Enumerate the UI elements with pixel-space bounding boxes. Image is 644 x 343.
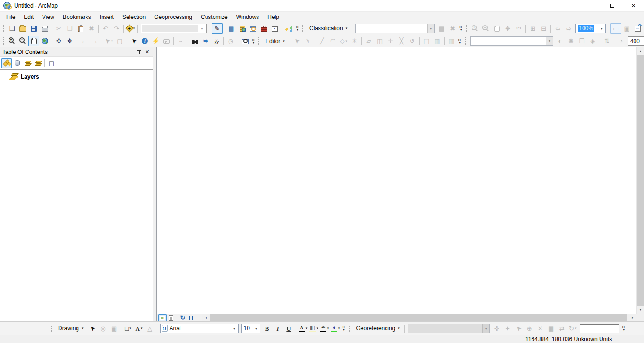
horizontal-scroll-thumb[interactable] <box>210 314 627 321</box>
georeferencing-menu-button[interactable]: Georeferencing▾ <box>353 323 403 334</box>
zoom-to-selected-link-button[interactable]: ⊕ <box>524 323 535 334</box>
arctoolbox-button[interactable] <box>258 23 269 34</box>
cut-button[interactable]: ✂ <box>53 23 64 34</box>
clear-training-samples-button[interactable]: ✖ <box>447 23 458 34</box>
scroll-down-button[interactable]: ▼ <box>637 306 644 314</box>
menu-customize[interactable]: Customize <box>197 12 232 22</box>
fixed-zoom-out-button[interactable]: ✥ <box>64 36 75 46</box>
combo-dropdown-icon[interactable]: ▼ <box>546 37 553 45</box>
list-by-drawing-order-button[interactable] <box>1 58 12 68</box>
scroll-right-button[interactable]: ► <box>629 314 636 321</box>
font-combo[interactable]: OArial▼ <box>160 324 239 333</box>
marker-color-button[interactable]: ●▾ <box>330 323 341 334</box>
fixed-zoom-in-button[interactable]: ✣ <box>53 36 64 46</box>
straight-segment-button[interactable]: ╱ <box>317 36 327 46</box>
restore-button[interactable] <box>601 0 623 11</box>
go-to-xy-button[interactable]: XY <box>211 36 222 46</box>
edit-vertices-button[interactable]: △ <box>145 323 155 334</box>
midpoint-button[interactable]: ✳ <box>349 36 360 46</box>
paste-button[interactable] <box>75 23 86 34</box>
drawing-menu-button[interactable]: Drawing▾ <box>55 323 87 334</box>
scroll-left-button[interactable]: ◄ <box>202 314 210 321</box>
attributes-button[interactable]: ▤ <box>421 36 432 46</box>
modelbuilder-button[interactable] <box>283 23 294 34</box>
image-classification-toolbar-grip[interactable] <box>302 25 304 32</box>
editor-toolbar-grip[interactable] <box>258 37 260 45</box>
classification-layer-combo[interactable]: ▼ <box>355 24 435 33</box>
layout-fixed-zoom-in-button[interactable]: ⊞ <box>527 23 538 34</box>
tools-toolbar-overflow[interactable]: ▸▸▾ <box>250 36 257 46</box>
combo-dropdown-icon[interactable]: ▼ <box>598 24 605 33</box>
georeferencing-layer-combo[interactable]: ▼ <box>408 324 490 333</box>
split-tool-button[interactable]: ◫ <box>374 36 385 46</box>
construction-tools-button[interactable]: ◇▾ <box>338 36 349 46</box>
new-rectangle-button[interactable]: □▾ <box>123 323 134 334</box>
toc-pin-button[interactable] <box>135 48 143 56</box>
add-data-button[interactable]: ▾ <box>125 23 136 34</box>
rotate-dropdown-button[interactable]: ↻▾ <box>567 323 578 334</box>
toggle-draft-mode-button[interactable]: ▭ <box>610 23 621 34</box>
data-view-button[interactable] <box>158 314 167 321</box>
next-extent-button[interactable]: ⇨ <box>563 23 574 34</box>
layout-fixed-zoom-out-button[interactable]: ⊟ <box>538 23 549 34</box>
brightness-button[interactable]: ✺ <box>566 36 576 46</box>
change-layout-button[interactable] <box>632 23 643 34</box>
select-link-button[interactable]: ➤ <box>513 323 524 334</box>
standard-toolbar-overflow[interactable]: ▸▸▾ <box>294 23 301 34</box>
layout-zoom-out-button[interactable]: − <box>481 23 491 34</box>
training-sample-manager-button[interactable]: ▤ <box>436 23 447 34</box>
table-of-contents-button[interactable]: ▤ <box>226 23 237 34</box>
add-control-points-button[interactable]: ✜ <box>491 323 502 334</box>
catalog-window-button[interactable] <box>237 23 248 34</box>
print-button[interactable] <box>39 23 50 34</box>
move-tool-button[interactable]: ✛ <box>385 36 396 46</box>
new-text-button[interactable]: A▾ <box>134 323 145 334</box>
drawing-select-elements-button[interactable]: ➤ <box>87 323 98 334</box>
delete-button[interactable]: ✖ <box>86 23 97 34</box>
zoom-out-button[interactable]: − <box>17 36 28 46</box>
delete-selected-link-button[interactable]: ✕ <box>535 323 546 334</box>
drawing-toolbar-grip[interactable] <box>51 325 52 332</box>
toc-layers-item[interactable]: Layers <box>0 72 153 81</box>
bold-button[interactable]: B <box>262 323 273 334</box>
clear-selected-features-button[interactable]: ▢ <box>114 36 125 46</box>
list-by-selection-button[interactable] <box>33 58 43 68</box>
drawing-toolbar-overflow[interactable]: ▸▸▾ <box>341 323 347 334</box>
full-extent-button[interactable] <box>39 36 50 46</box>
map-vertical-scrollbar[interactable]: ▲ ▼ <box>636 47 644 314</box>
line-intersection-button[interactable]: ╳ <box>396 36 407 46</box>
dim-button[interactable]: ◈ <box>587 36 598 46</box>
measure-button[interactable]: ↔ <box>175 36 186 46</box>
identify-button[interactable]: i <box>139 36 150 46</box>
italic-button[interactable]: I <box>273 323 283 334</box>
rotate-element-button[interactable]: ◎ <box>98 323 109 334</box>
effects-layer-combo[interactable]: ▼ <box>470 36 553 46</box>
hyperlink-button[interactable]: ⚡ <box>150 36 161 46</box>
menu-file[interactable]: File <box>2 12 19 22</box>
layout-toolbar-grip[interactable] <box>466 25 467 32</box>
georeferencing-toolbar-grip[interactable] <box>349 325 351 332</box>
open-button[interactable] <box>17 23 28 34</box>
menu-view[interactable]: View <box>38 12 59 22</box>
html-popup-button[interactable] <box>161 36 172 46</box>
combo-dropdown-icon[interactable]: ▼ <box>482 324 489 333</box>
layout-zoom-percent-combo[interactable]: 100%▼ <box>575 24 606 33</box>
georeferencing-toolbar-overflow[interactable]: ▸▸▾ <box>621 323 627 334</box>
effects-toolbar-grip[interactable] <box>465 37 466 45</box>
python-window-button[interactable]: ›_ <box>269 23 280 34</box>
create-features-button[interactable]: ▦ <box>446 36 457 46</box>
viewer-window-button[interactable] <box>240 36 250 46</box>
menu-windows[interactable]: Windows <box>232 12 264 22</box>
layout-zoom-100-button[interactable]: 1:1 <box>513 23 524 34</box>
swipe-button[interactable]: ⇅ <box>601 36 612 46</box>
menu-insert[interactable]: Insert <box>95 12 118 22</box>
classification-menu-button[interactable]: Classification▾ <box>306 23 351 34</box>
pause-drawing-button[interactable] <box>187 314 196 321</box>
flicker-rate-spinner-value[interactable]: 400 <box>628 36 644 46</box>
map-canvas[interactable] <box>157 47 636 314</box>
flicker-button[interactable]: ◔ <box>616 36 627 46</box>
edit-annotation-button[interactable]: ➣ <box>302 36 313 46</box>
map-horizontal-scrollbar[interactable]: ◄ ► <box>202 314 636 321</box>
underline-button[interactable]: U <box>283 323 294 334</box>
forward-extent-button[interactable]: → <box>89 36 100 46</box>
